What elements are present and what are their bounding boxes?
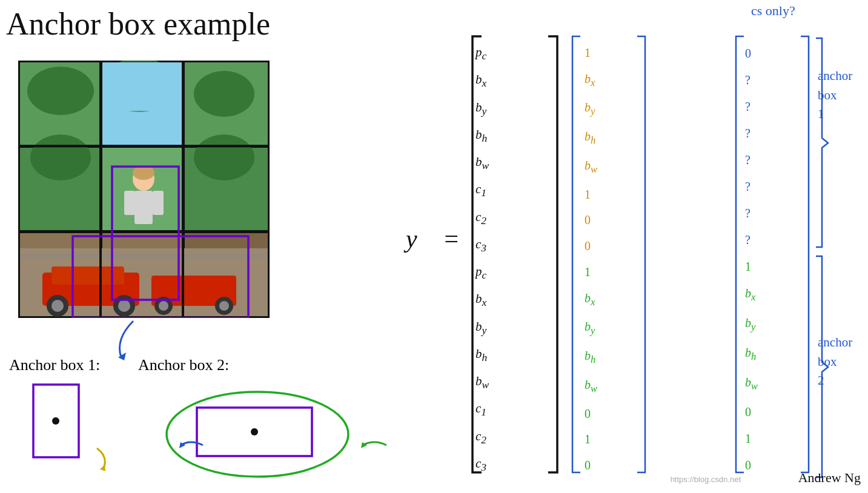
col2-bracket-right <box>800 30 812 478</box>
svg-point-10 <box>27 67 94 115</box>
svg-rect-19 <box>51 266 124 285</box>
anchor-box-1-shape <box>30 382 82 460</box>
col1-values: 1 bx by bh bw 1 0 0 1 bx by bh bw 0 1 0 <box>585 35 633 483</box>
author-text: Andrew Ng <box>798 470 861 486</box>
yellow-arrow-1 <box>79 442 115 472</box>
svg-point-23 <box>118 300 130 312</box>
anchor-box-2-shape <box>194 405 315 459</box>
page-title: Anchor box example <box>6 6 270 42</box>
brace-anchor2 <box>813 253 831 480</box>
svg-rect-17 <box>20 254 268 257</box>
anchor2-label: Anchor box 2: <box>138 356 229 374</box>
brace-anchor1 <box>813 35 831 250</box>
svg-point-28 <box>219 301 229 311</box>
url-text: https://blog.csdn.net <box>671 475 741 484</box>
svg-point-13 <box>30 134 91 180</box>
svg-marker-43 <box>100 465 105 471</box>
svg-rect-32 <box>153 191 164 215</box>
svg-rect-15 <box>102 62 183 111</box>
y-equals: y = <box>406 224 460 253</box>
svg-rect-31 <box>124 191 135 215</box>
svg-point-12 <box>194 71 254 117</box>
anchor1-label: Anchor box 1: <box>9 356 100 374</box>
col2-bracket-left <box>733 30 745 478</box>
svg-point-46 <box>251 428 258 435</box>
svg-point-21 <box>51 300 64 312</box>
blue-arrow-anchor2 <box>176 433 206 457</box>
matrix-rows: pc bx by bh bw c1 c2 c3 pc bx by bh bw c… <box>475 35 536 483</box>
svg-rect-30 <box>134 191 153 224</box>
svg-point-26 <box>159 301 168 311</box>
svg-point-42 <box>52 417 59 425</box>
matrix-bracket-right <box>545 30 563 478</box>
equation-area: y = pc bx by bh bw c1 c2 c3 pc bx by bh … <box>406 18 866 478</box>
col1-bracket-right <box>636 30 648 478</box>
grid-image <box>18 61 270 318</box>
col2-values: 0 ? ? ? ? ? ? ? 1 bx by bh bw 0 1 0 <box>745 35 793 483</box>
svg-point-14 <box>194 134 254 180</box>
green-arrow-right <box>356 433 389 457</box>
cs-only-annotation: cs only? <box>751 3 795 19</box>
col1-bracket-left <box>569 30 581 478</box>
